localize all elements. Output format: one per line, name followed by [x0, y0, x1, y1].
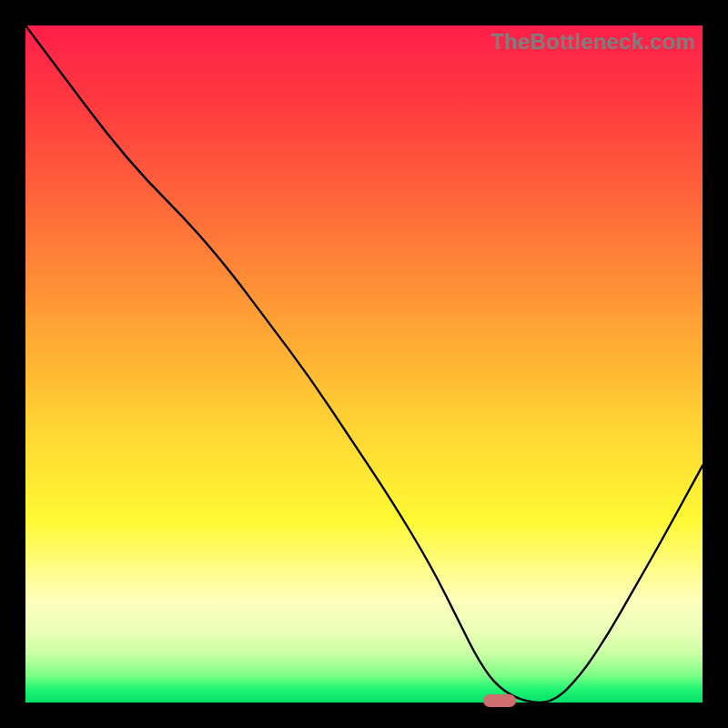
chart-frame: TheBottleneck.com	[0, 0, 728, 728]
optimal-marker	[483, 694, 516, 707]
bottleneck-curve	[25, 25, 703, 703]
curve-path	[25, 25, 703, 703]
plot-area: TheBottleneck.com	[25, 25, 703, 703]
